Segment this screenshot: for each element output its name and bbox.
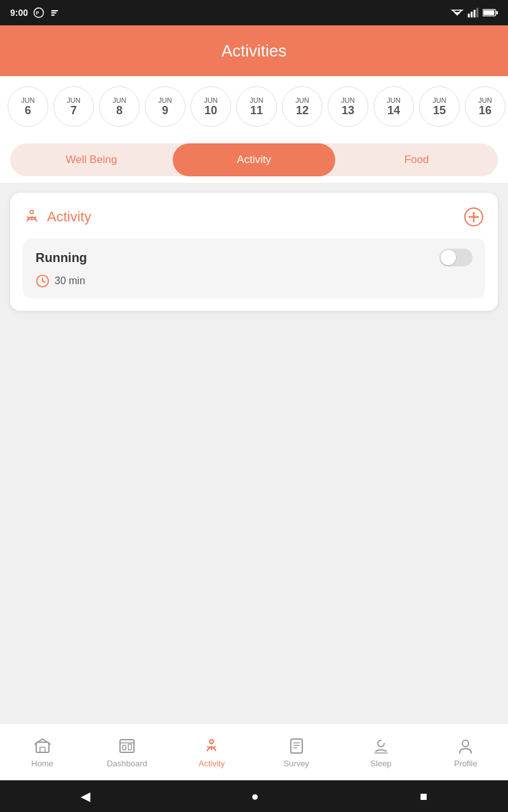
svg-point-25	[210, 740, 213, 743]
activity-card: Activity Running	[10, 193, 498, 311]
bottom-nav: Home Dashboard Activity	[0, 723, 508, 780]
nav-item-home[interactable]: Home	[0, 736, 84, 768]
dashboard-icon	[117, 736, 137, 756]
activity-duration: 30 min	[55, 275, 85, 287]
tab-well-being[interactable]: Well Being	[10, 143, 173, 176]
survey-label: Survey	[283, 759, 309, 768]
date-day: 15	[433, 104, 446, 117]
date-scroller[interactable]: JUN 6 JUN 7 JUN 8 JUN 9 JUN 10 JUN 11 JU…	[0, 76, 508, 137]
tab-bar-container: Well BeingActivityFood	[0, 137, 508, 183]
date-item-15[interactable]: JUN 15	[419, 86, 460, 127]
date-item-13[interactable]: JUN 13	[328, 86, 368, 127]
activity-title-group: Activity	[23, 208, 91, 226]
date-month: JUN	[341, 96, 354, 104]
wifi-icon	[451, 8, 464, 18]
date-item-16[interactable]: JUN 16	[465, 86, 505, 127]
svg-rect-7	[468, 14, 470, 18]
date-item-8[interactable]: JUN 8	[99, 86, 140, 127]
date-item-10[interactable]: JUN 10	[190, 86, 231, 127]
nav-item-activity[interactable]: Activity	[170, 736, 254, 768]
svg-rect-3	[51, 12, 57, 13]
activity-toggle[interactable]	[439, 249, 472, 266]
svg-text:P: P	[36, 10, 39, 16]
activity-item-bottom: 30 min	[36, 274, 472, 288]
date-day: 10	[204, 104, 217, 117]
sleep-label: Sleep	[370, 759, 391, 768]
tab-activity[interactable]: Activity	[173, 143, 335, 176]
activity-name: Running	[36, 251, 87, 265]
profile-icon	[455, 736, 476, 756]
plex-icon: P	[33, 7, 44, 18]
svg-point-14	[30, 211, 33, 214]
activity-nav-icon	[201, 736, 222, 756]
home-icon	[32, 736, 53, 756]
date-day: 9	[162, 104, 168, 117]
date-item-7[interactable]: JUN 7	[53, 86, 94, 127]
date-day: 7	[70, 104, 77, 117]
date-day: 13	[342, 104, 354, 117]
meditation-icon	[23, 208, 41, 226]
nav-item-survey[interactable]: Survey	[254, 736, 338, 768]
android-home-button[interactable]: ●	[251, 789, 258, 804]
svg-rect-2	[51, 10, 58, 11]
activity-item-top: Running	[36, 249, 472, 266]
date-item-12[interactable]: JUN 12	[282, 86, 323, 127]
status-bar: 9:00 P	[0, 0, 508, 25]
date-month: JUN	[158, 96, 171, 104]
android-recent-button[interactable]: ■	[420, 789, 427, 804]
svg-rect-24	[128, 744, 131, 750]
toggle-knob	[441, 250, 456, 265]
date-day: 14	[387, 104, 400, 117]
date-month: JUN	[478, 96, 491, 104]
page-title: Activities	[222, 41, 287, 61]
svg-rect-12	[496, 11, 498, 14]
date-month: JUN	[67, 96, 80, 104]
clock-icon	[36, 274, 50, 288]
date-item-9[interactable]: JUN 9	[145, 86, 185, 127]
survey-icon	[286, 736, 307, 756]
svg-rect-23	[123, 745, 126, 750]
battery-icon	[483, 8, 498, 17]
android-back-button[interactable]: ◀	[81, 789, 90, 804]
svg-point-32	[462, 740, 469, 747]
svg-rect-20	[40, 747, 45, 752]
svg-rect-9	[474, 10, 476, 18]
date-day: 12	[296, 104, 309, 117]
svg-rect-4	[51, 15, 55, 16]
date-month: JUN	[387, 96, 400, 104]
nav-item-sleep[interactable]: Sleep	[338, 736, 423, 768]
activity-card-title: Activity	[47, 209, 91, 225]
main-content: Activity Running	[0, 183, 508, 321]
date-day: 8	[116, 104, 123, 117]
svg-rect-8	[471, 12, 472, 18]
svg-rect-10	[476, 8, 478, 18]
signal-icon	[467, 8, 479, 18]
status-time: 9:00	[10, 8, 28, 18]
date-month: JUN	[21, 96, 34, 104]
date-item-6[interactable]: JUN 6	[8, 86, 48, 127]
page-header: Activities	[0, 25, 508, 76]
date-month: JUN	[432, 96, 446, 104]
date-month: JUN	[295, 96, 309, 104]
android-nav: ◀ ● ■	[0, 780, 508, 812]
tab-container: Well BeingActivityFood	[10, 143, 498, 176]
svg-rect-26	[291, 739, 302, 753]
activity-card-header: Activity	[23, 206, 485, 228]
dashboard-label: Dashboard	[107, 759, 147, 768]
date-month: JUN	[204, 96, 217, 104]
tab-food[interactable]: Food	[335, 143, 498, 176]
date-item-11[interactable]: JUN 11	[236, 86, 277, 127]
svg-rect-13	[483, 10, 494, 15]
date-month: JUN	[250, 96, 263, 104]
profile-label: Profile	[454, 759, 478, 768]
sleep-icon	[371, 736, 391, 756]
nav-item-profile[interactable]: Profile	[424, 736, 508, 768]
add-activity-button[interactable]	[462, 206, 485, 228]
activity-item: Running 30 min	[23, 239, 485, 298]
date-day: 16	[479, 104, 491, 117]
date-item-14[interactable]: JUN 14	[373, 86, 414, 127]
notification-icon	[50, 8, 60, 18]
svg-point-31	[382, 739, 385, 743]
activity-nav-label: Activity	[199, 759, 225, 768]
nav-item-dashboard[interactable]: Dashboard	[84, 736, 169, 768]
